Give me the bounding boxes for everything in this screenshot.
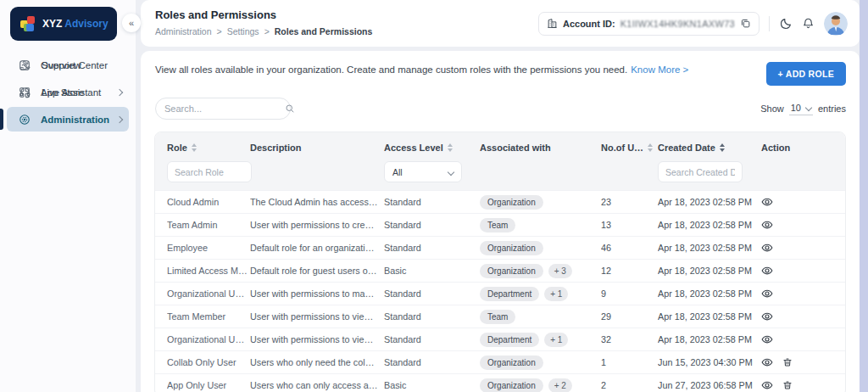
breadcrumb: Administration > Settings > Roles and Pe… <box>155 26 372 36</box>
users-count-cell: 2 <box>601 380 658 390</box>
access-level-cell: Standard <box>384 197 480 207</box>
associated-chip: Organization <box>480 241 543 255</box>
table-row: Organizational U… User with permissions … <box>155 282 845 305</box>
users-count-cell: 46 <box>601 243 658 253</box>
role-filter-input[interactable] <box>167 161 252 182</box>
created-date-cell: Apr 18, 2023 02:58 PM <box>658 311 761 322</box>
filter-row: All <box>155 161 845 182</box>
associated-with-cell: Organization <box>480 195 601 210</box>
description-cell: The Cloud Admin has access… <box>250 197 384 207</box>
role-cell: Organizational U… <box>167 334 250 344</box>
page-scrollbar[interactable] <box>860 0 868 392</box>
role-cell: Cloud Admin <box>167 197 250 207</box>
role-cell: Team Admin <box>167 220 250 230</box>
sidebar-item-support-center[interactable]: Support Center <box>7 53 129 77</box>
view-eye-icon[interactable] <box>761 265 773 277</box>
user-avatar[interactable] <box>824 12 848 36</box>
associated-chip: Department <box>480 333 539 347</box>
breadcrumb-item[interactable]: Administration <box>155 26 212 36</box>
table-search[interactable] <box>155 98 291 120</box>
created-date-filter-input[interactable] <box>658 161 743 182</box>
table-row: Organizational U… User with permissions … <box>155 328 845 350</box>
logo-icon <box>20 16 36 31</box>
table-row: Cloud Admin The Cloud Admin has access… … <box>155 190 845 213</box>
account-id-value: K1IIWX14HK9KN1AXW73 <box>620 19 735 29</box>
actions-cell <box>761 333 845 345</box>
sidebar-item-label: Live Assistant <box>42 87 101 98</box>
users-count-cell: 1 <box>601 357 658 367</box>
column-header-users[interactable]: No.of U… <box>601 138 658 157</box>
users-count-cell: 12 <box>601 266 658 276</box>
description-cell: Default role for guest users o… <box>250 266 384 276</box>
associated-chip: Department <box>480 287 539 301</box>
sidebar: XYZAdvisory Overview App Store Administr… <box>0 0 136 392</box>
users-count-cell: 29 <box>601 311 658 322</box>
table-row: App Only User Users who can only access … <box>155 373 845 392</box>
description-cell: Users who only need the col… <box>250 357 384 367</box>
actions-cell <box>761 356 845 368</box>
page-description: View all roles available in your organiz… <box>155 64 688 75</box>
view-eye-icon[interactable] <box>761 196 773 208</box>
column-header-created-date[interactable]: Created Date <box>658 138 761 157</box>
associated-extra-chip: + 2 <box>548 378 572 392</box>
table-row: Employee Default role for an organizati…… <box>155 236 845 259</box>
view-eye-icon[interactable] <box>761 311 773 322</box>
description-cell: User with permissions to ma… <box>250 288 384 299</box>
role-cell: Employee <box>167 243 250 253</box>
users-count-cell: 32 <box>601 334 658 344</box>
table-row: Limited Access M… Default role for guest… <box>155 259 845 282</box>
associated-with-cell: Organization+ 2 <box>480 378 601 392</box>
page-size-select[interactable]: 10 <box>789 103 813 115</box>
breadcrumb-item[interactable]: Settings <box>227 26 259 36</box>
delete-trash-icon[interactable] <box>782 380 793 390</box>
copy-icon[interactable] <box>740 18 751 29</box>
dark-mode-moon-icon[interactable] <box>779 17 793 31</box>
view-eye-icon[interactable] <box>761 379 773 391</box>
associated-with-cell: Department+ 1 <box>480 287 601 301</box>
associated-with-cell: Organization <box>480 356 601 370</box>
sidebar-item-live-assistant[interactable]: Live Assistant <box>7 80 129 104</box>
column-header-role[interactable]: Role <box>167 138 250 157</box>
show-label: Show <box>760 104 784 114</box>
table-row: Team Admin User with permissions to cre…… <box>155 213 845 236</box>
role-cell: App Only User <box>167 380 250 390</box>
delete-trash-icon[interactable] <box>782 357 793 367</box>
page-size-value: 10 <box>791 103 801 113</box>
notifications-bell-icon[interactable] <box>802 17 815 30</box>
breadcrumb-item-current: Roles and Permissions <box>275 26 373 36</box>
actions-cell <box>761 242 845 254</box>
sidebar-item-label: Support Center <box>42 60 108 70</box>
add-role-button[interactable]: + ADD ROLE <box>766 62 847 86</box>
search-input[interactable] <box>164 104 285 114</box>
created-date-cell: Jun 15, 2023 04:30 PM <box>658 357 761 367</box>
breadcrumb-separator: > <box>264 26 270 36</box>
associated-with-cell: Organization <box>480 241 601 255</box>
table-head: Role Description Access Level Associated… <box>155 132 845 190</box>
table-body: Cloud Admin The Cloud Admin has access… … <box>155 190 845 392</box>
actions-cell <box>761 379 845 391</box>
know-more-link[interactable]: Know More > <box>631 64 688 75</box>
headset-icon <box>19 86 31 98</box>
view-eye-icon[interactable] <box>761 288 773 300</box>
support-icon <box>19 59 31 71</box>
view-eye-icon[interactable] <box>761 242 773 254</box>
access-level-filter-select[interactable]: All <box>384 161 462 182</box>
description-text: View all roles available in your organiz… <box>155 64 627 75</box>
access-level-cell: Standard <box>384 220 480 230</box>
entries-label: entries <box>818 104 846 114</box>
associated-chip: Organization <box>480 356 543 370</box>
users-count-cell: 23 <box>601 197 658 207</box>
view-eye-icon[interactable] <box>761 356 773 368</box>
associated-with-cell: Team <box>480 218 601 232</box>
associated-chip: Team <box>480 218 515 232</box>
sidebar-collapse-button[interactable]: « <box>122 14 141 32</box>
actions-cell <box>761 288 845 300</box>
view-eye-icon[interactable] <box>761 219 773 231</box>
description-cell: Default role for an organizati… <box>250 243 384 253</box>
associated-extra-chip: + 1 <box>544 287 568 301</box>
header-row: Role Description Access Level Associated… <box>155 138 845 157</box>
associated-with-cell: Organization+ 3 <box>480 264 601 278</box>
view-eye-icon[interactable] <box>761 333 773 345</box>
column-header-access-level[interactable]: Access Level <box>384 138 480 157</box>
sort-icon <box>648 143 653 152</box>
